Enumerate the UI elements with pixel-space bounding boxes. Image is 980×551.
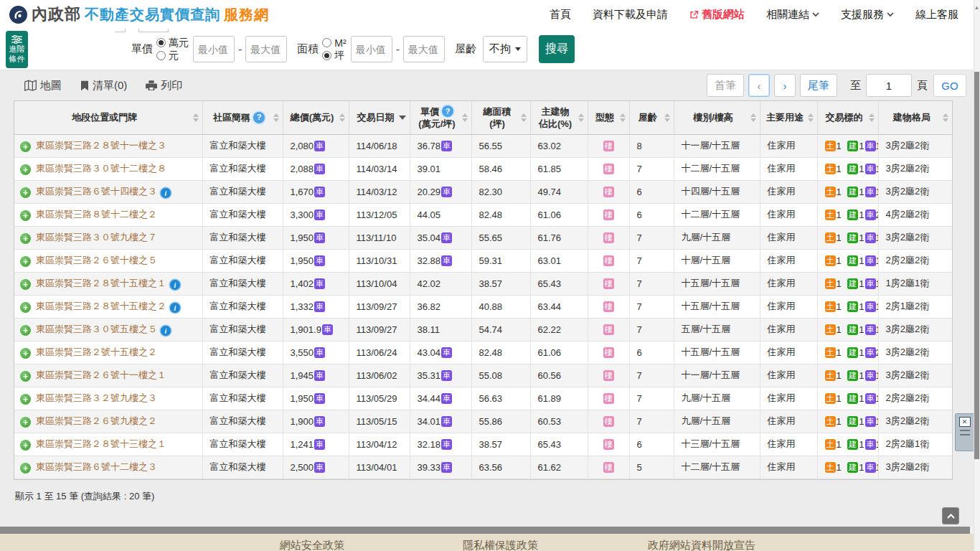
address-link[interactable]: 東區崇賢三路２６號十樓之５	[36, 255, 157, 265]
address-link[interactable]: 東區崇賢三路２８號十一樓之３	[36, 140, 166, 151]
column-header-11[interactable]: 交易標的	[817, 101, 878, 134]
address-link[interactable]: 東區崇賢三路８號十二樓之２	[36, 209, 157, 220]
expand-row-icon[interactable]: +	[20, 325, 31, 336]
scroll-up-arrow[interactable]: ▲	[974, 4, 980, 11]
first-page-button[interactable]: 首筆	[707, 74, 744, 97]
horizontal-scrollbar-thumb[interactable]	[0, 527, 970, 534]
address-link[interactable]: 東區崇賢三路２號十五樓之２	[36, 347, 157, 357]
unit-price-min-input[interactable]	[193, 36, 235, 62]
area-max-input[interactable]	[403, 36, 445, 62]
expand-row-icon[interactable]: +	[20, 256, 31, 267]
address-link[interactable]: 東區崇賢三路２８號十五樓之１	[36, 278, 166, 288]
age-select[interactable]: 不拘	[483, 36, 527, 62]
info-icon[interactable]: i	[170, 303, 180, 313]
go-button[interactable]: GO	[933, 74, 966, 97]
sort-icon[interactable]	[664, 113, 670, 122]
expand-row-icon[interactable]: +	[20, 187, 31, 198]
expand-row-icon[interactable]: +	[20, 417, 31, 428]
address-link[interactable]: 東區崇賢三路６號十二樓之３	[36, 461, 157, 472]
sort-icon[interactable]	[620, 113, 626, 122]
sort-icon[interactable]	[193, 113, 199, 122]
expand-row-icon[interactable]: +	[20, 348, 31, 359]
sort-icon[interactable]	[578, 113, 584, 122]
unit-price-max-input[interactable]	[245, 36, 287, 62]
address-link[interactable]: 東區崇賢三路２６號十一樓之１	[36, 369, 166, 380]
area-min-input[interactable]	[351, 36, 392, 62]
sort-icon[interactable]	[808, 113, 814, 122]
column-header-6[interactable]: 主建物佔比(%)	[530, 101, 588, 134]
footer-link-privacy[interactable]: 隱私權保護政策	[463, 539, 538, 551]
column-header-4[interactable]: 單價?(萬元/坪)	[410, 101, 471, 134]
info-icon[interactable]: i	[161, 326, 171, 336]
column-header-0[interactable]: 地段位置或門牌	[14, 101, 202, 134]
expand-row-icon[interactable]: +	[20, 164, 31, 175]
help-icon[interactable]: ?	[442, 105, 453, 117]
sort-icon[interactable]	[521, 113, 527, 122]
feedback-side-widget[interactable]: ✕	[955, 413, 974, 451]
address-link[interactable]: 東區崇賢三路３０號五樓之５	[36, 324, 157, 334]
expand-row-icon[interactable]: +	[20, 371, 31, 382]
column-header-9[interactable]: 樓別/樓高	[674, 101, 760, 134]
expand-row-icon[interactable]: +	[20, 279, 31, 290]
vertical-scrollbar-thumb[interactable]	[974, 72, 979, 459]
column-header-5[interactable]: 總面積(坪)	[471, 101, 530, 134]
sort-icon[interactable]	[273, 113, 279, 122]
sort-icon[interactable]	[943, 113, 948, 122]
info-icon[interactable]: i	[170, 280, 180, 290]
column-header-10[interactable]: 主要用途	[760, 101, 817, 134]
address-link[interactable]: 東區崇賢三路３０號十二樓之８	[36, 163, 166, 174]
address-link[interactable]: 東區崇賢三路３０號九樓之７	[36, 232, 157, 242]
nav-online-service[interactable]: 線上客服	[915, 8, 958, 22]
last-page-button[interactable]: 尾筆	[800, 74, 837, 97]
address-link[interactable]: 東區崇賢三路２８號十五樓之２	[36, 301, 166, 311]
prev-page-button[interactable]: ‹	[748, 74, 770, 97]
radio-m2[interactable]: M²	[322, 37, 346, 49]
nav-old-site[interactable]: 舊版網站	[689, 8, 745, 22]
sort-icon[interactable]	[399, 116, 406, 120]
advanced-filters-button[interactable]: 進階 條件	[6, 31, 28, 68]
radio-yuan[interactable]: 元	[156, 50, 189, 62]
site-brand[interactable]: 內政部 不動產交易實價查詢 服務網	[9, 4, 269, 25]
address-link[interactable]: 東區崇賢三路３２號九樓之３	[36, 392, 157, 403]
footer-link-open-data[interactable]: 政府網站資料開放宣告	[648, 539, 755, 551]
sort-icon[interactable]	[750, 113, 756, 122]
list-button[interactable]: 清單(0)	[80, 79, 127, 93]
horizontal-scrollbar[interactable]	[0, 527, 980, 534]
expand-row-icon[interactable]: +	[20, 394, 31, 405]
address-link[interactable]: 東區崇賢三路２８號十三樓之１	[36, 438, 166, 449]
column-header-12[interactable]: 建物格局	[878, 101, 952, 134]
vertical-scrollbar[interactable]: ▲	[974, 0, 980, 551]
address-link[interactable]: 東區崇賢三路２６號九樓之２	[36, 415, 157, 426]
close-icon[interactable]: ✕	[959, 417, 971, 427]
column-header-7[interactable]: 型態	[588, 101, 629, 134]
sort-icon[interactable]	[339, 113, 345, 122]
search-button[interactable]: 搜尋	[539, 35, 575, 63]
help-icon[interactable]: ?	[253, 112, 265, 123]
nav-support[interactable]: 支援服務	[841, 8, 894, 22]
expand-row-icon[interactable]: +	[20, 302, 31, 313]
footer-link-security[interactable]: 網站安全政策	[280, 539, 344, 551]
nav-downloads[interactable]: 資料下載及申請	[593, 8, 668, 22]
page-number-input[interactable]	[866, 74, 912, 97]
back-to-top-button[interactable]	[942, 507, 959, 524]
expand-row-icon[interactable]: +	[20, 210, 31, 221]
next-page-button[interactable]: ›	[774, 74, 796, 97]
nav-home[interactable]: 首頁	[550, 8, 571, 22]
expand-row-icon[interactable]: +	[20, 440, 31, 451]
info-icon[interactable]: i	[161, 188, 171, 198]
address-link[interactable]: 東區崇賢三路６號十四樓之３	[36, 186, 157, 197]
column-header-1[interactable]: 社區簡稱?	[202, 101, 283, 134]
map-view-button[interactable]: 地圖	[24, 79, 62, 93]
sort-icon[interactable]	[462, 113, 468, 122]
radio-wanyuan[interactable]: 萬元	[156, 37, 189, 49]
expand-row-icon[interactable]: +	[20, 463, 31, 474]
column-header-2[interactable]: 總價(萬元)	[283, 101, 349, 134]
column-header-8[interactable]: 屋齡	[629, 101, 674, 134]
radio-ping[interactable]: 坪	[322, 50, 346, 62]
nav-related-links[interactable]: 相關連結	[766, 8, 819, 22]
column-header-3[interactable]: 交易日期	[349, 101, 410, 134]
print-button[interactable]: 列印	[146, 79, 182, 93]
expand-row-icon[interactable]: +	[20, 141, 31, 152]
sort-icon[interactable]	[869, 113, 875, 122]
expand-row-icon[interactable]: +	[20, 233, 31, 244]
